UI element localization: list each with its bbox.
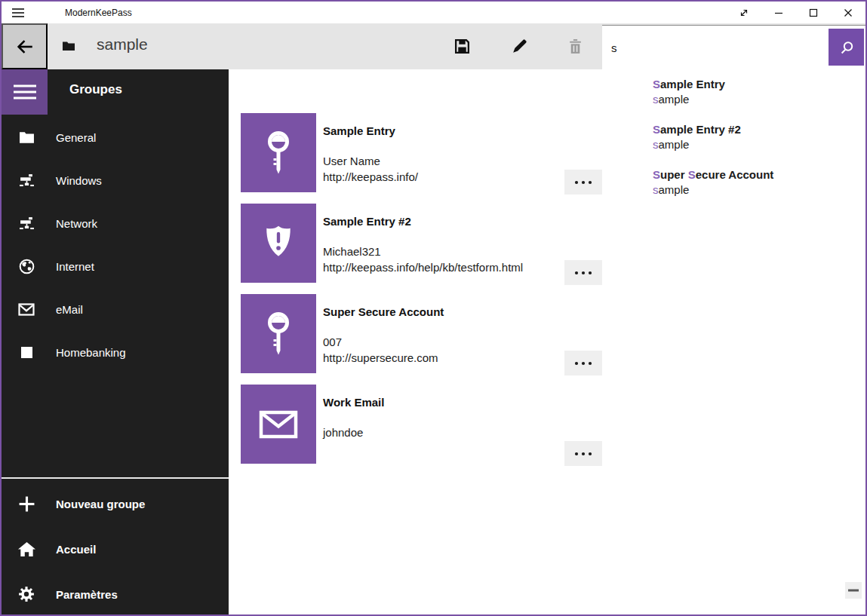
key-icon — [262, 130, 295, 176]
groups-header: Groupes — [69, 82, 122, 97]
entry-title: Sample Entry #2 — [323, 214, 523, 229]
entry-url: http://keepass.info/help/kb/testform.htm… — [323, 259, 523, 275]
minimize-button[interactable] — [761, 2, 796, 23]
entry-tile — [241, 113, 316, 192]
square-icon — [17, 346, 35, 359]
folder-icon — [17, 131, 35, 144]
search-result-subtitle: sample — [653, 137, 856, 152]
group-list: General Windows Network Internet — [2, 116, 229, 374]
sidebar-item-email[interactable]: eMail — [2, 288, 229, 331]
sidebar-divider — [2, 477, 229, 479]
search-button[interactable] — [829, 29, 864, 66]
folder-icon — [62, 41, 75, 54]
titlebar-menu-button[interactable] — [2, 2, 35, 23]
sidebar-item-label: Paramètres — [56, 588, 118, 601]
search-input[interactable] — [602, 26, 827, 70]
entry-text: Super Secure Account 007 http://supersec… — [323, 294, 444, 373]
sidebar-item-windows[interactable]: Windows — [2, 159, 229, 202]
entry-row[interactable]: Sample Entry #2 Michael321 http://keepas… — [241, 204, 633, 283]
entry-row[interactable]: Sample Entry User Name http://keepass.in… — [241, 113, 633, 192]
more-button[interactable] — [564, 170, 602, 195]
network-icon — [17, 173, 35, 188]
sidebar: Groupes General Windows Network — [2, 69, 229, 614]
search-result-subtitle: sample — [653, 182, 856, 198]
sidebar-item-homebanking[interactable]: Homebanking — [2, 331, 229, 374]
entry-text: Work Email johndoe — [323, 385, 384, 464]
search-result-title: Sample Entry — [653, 77, 856, 92]
entry-text: Sample Entry #2 Michael321 http://keepas… — [323, 204, 523, 283]
search-result-title: Super Secure Account — [653, 167, 856, 182]
search-result-item[interactable]: Sample Entry sample — [642, 69, 865, 115]
app-window: ModernKeePass sample — [0, 0, 867, 616]
caption-buttons — [727, 2, 865, 23]
more-icon — [573, 361, 594, 366]
edit-button[interactable] — [500, 23, 539, 69]
minimize-icon — [773, 8, 784, 18]
search-result-item[interactable]: Super Secure Account sample — [642, 160, 865, 205]
maximize-button[interactable] — [796, 2, 831, 23]
entry-text: Sample Entry User Name http://keepass.in… — [323, 113, 418, 192]
entry-url: http://keepass.info/ — [323, 169, 418, 185]
sidebar-item-label: Internet — [56, 260, 94, 273]
expand-button[interactable] — [727, 2, 761, 23]
more-button[interactable] — [564, 260, 602, 285]
entry-row[interactable]: Work Email johndoe — [241, 385, 633, 464]
network-icon — [17, 216, 35, 231]
back-icon — [15, 37, 35, 57]
delete-button[interactable] — [555, 23, 595, 69]
more-icon — [573, 452, 594, 456]
entry-title: Work Email — [323, 395, 384, 410]
sidebar-item-network[interactable]: Network — [2, 202, 229, 245]
more-button[interactable] — [564, 441, 602, 466]
search-suggestions: Sample Entry sample Sample Entry #2 samp… — [642, 69, 865, 205]
entry-title: Sample Entry — [323, 124, 418, 139]
sidebar-hamburger-button[interactable] — [2, 69, 48, 115]
delete-icon — [567, 38, 584, 55]
window-title: ModernKeePass — [65, 8, 132, 18]
close-button[interactable] — [831, 2, 865, 23]
back-button[interactable] — [2, 23, 48, 69]
sidebar-actions: Nouveau groupe Accueil Paramètres — [2, 481, 229, 616]
sidebar-item-label: Accueil — [56, 543, 96, 556]
entry-username: User Name — [323, 153, 418, 169]
zoom-out-button[interactable] — [845, 582, 862, 599]
sidebar-item-internet[interactable]: Internet — [2, 245, 229, 288]
search-result-subtitle: sample — [653, 92, 856, 107]
save-icon — [453, 38, 471, 55]
entry-row[interactable]: Super Secure Account 007 http://supersec… — [241, 294, 633, 373]
command-bar: sample — [2, 23, 865, 69]
save-button[interactable] — [442, 23, 481, 69]
more-button[interactable] — [564, 351, 602, 375]
sidebar-item-new-group[interactable]: Nouveau groupe — [2, 481, 229, 526]
entry-username: 007 — [323, 334, 444, 350]
mail-icon — [17, 303, 35, 316]
entry-url: http://supersecure.com — [323, 350, 444, 366]
search-box — [602, 25, 865, 69]
edit-icon — [511, 38, 528, 55]
sidebar-item-label: Network — [56, 217, 97, 230]
close-icon — [843, 8, 853, 18]
mail-icon — [259, 410, 298, 439]
title-bar: ModernKeePass — [2, 2, 865, 23]
sidebar-item-label: eMail — [56, 303, 83, 316]
entry-tile — [241, 385, 316, 464]
hamburger-icon — [11, 8, 25, 18]
shield-alert-icon — [260, 224, 297, 263]
more-icon — [573, 271, 594, 275]
globe-icon — [17, 259, 35, 274]
sidebar-item-label: Homebanking — [56, 346, 126, 359]
sidebar-item-general[interactable]: General — [2, 116, 229, 159]
maximize-icon — [808, 8, 819, 18]
home-icon — [17, 541, 35, 557]
sidebar-item-home[interactable]: Accueil — [2, 526, 229, 572]
entry-username: johndoe — [323, 424, 384, 440]
minus-icon — [848, 589, 859, 592]
sidebar-item-label: Nouveau groupe — [56, 498, 145, 510]
more-icon — [573, 180, 594, 185]
sidebar-item-label: General — [56, 131, 96, 144]
search-result-item[interactable]: Sample Entry #2 sample — [642, 115, 865, 160]
gear-icon — [17, 586, 35, 602]
expand-icon — [739, 8, 749, 18]
sidebar-item-settings[interactable]: Paramètres — [2, 572, 229, 616]
key-icon — [262, 311, 295, 357]
